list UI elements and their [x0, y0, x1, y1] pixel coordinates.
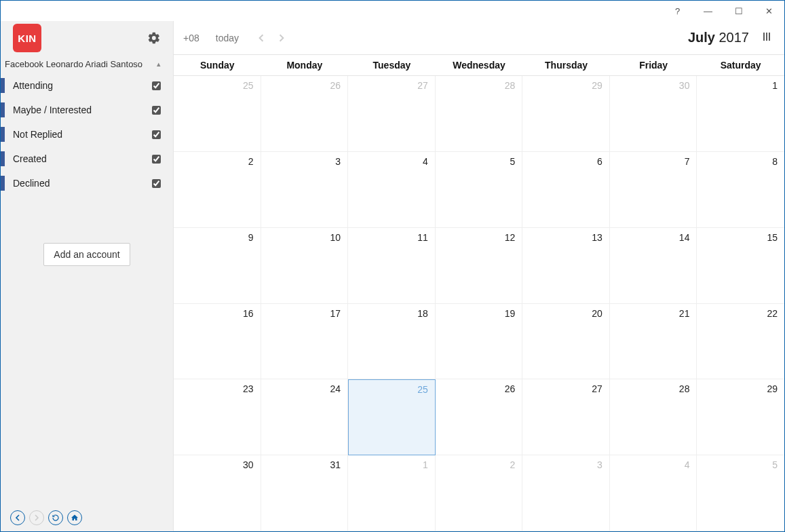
calendar-cell[interactable]: 4 — [348, 152, 436, 228]
calendar-cell[interactable]: 28 — [610, 379, 697, 455]
home-button[interactable] — [67, 510, 82, 525]
columns-icon — [761, 31, 772, 42]
calendar-cell[interactable]: 23 — [174, 379, 261, 455]
calendar-cell[interactable]: 30 — [174, 455, 261, 531]
filter-label: Declined — [13, 178, 50, 189]
calendar-cell[interactable]: 17 — [261, 304, 349, 380]
day-number: 8 — [772, 156, 778, 167]
calendar-cell[interactable]: 18 — [348, 304, 436, 380]
prev-month-button[interactable] — [251, 28, 271, 48]
calendar-cell[interactable]: 12 — [436, 228, 523, 304]
day-of-week: Thursday — [522, 55, 610, 75]
day-number: 26 — [505, 383, 516, 394]
chevron-up-icon: ▴ — [157, 60, 161, 69]
view-switch-button[interactable] — [761, 31, 772, 44]
timezone-button[interactable]: +08 — [183, 33, 199, 43]
maximize-button[interactable]: ☐ — [723, 1, 754, 21]
day-number: 7 — [685, 156, 690, 167]
calendar-cell[interactable]: 20 — [522, 304, 610, 380]
nav-back-button[interactable] — [10, 510, 25, 525]
calendar-cell[interactable]: 4 — [610, 455, 697, 531]
filter-checkbox[interactable] — [152, 179, 161, 188]
month-label: July — [688, 30, 715, 45]
calendar-cell[interactable]: 22 — [697, 304, 784, 380]
calendar-cell[interactable]: 31 — [261, 455, 349, 531]
calendar-cell[interactable]: 28 — [436, 76, 523, 152]
chevron-right-icon — [33, 514, 40, 521]
reload-button[interactable] — [48, 510, 63, 525]
calendar-cell[interactable]: 13 — [522, 228, 610, 304]
day-number: 14 — [679, 232, 690, 243]
day-number: 26 — [330, 80, 341, 91]
filter-row[interactable]: Attending — [1, 73, 173, 98]
calendar-cell[interactable]: 3 — [261, 152, 349, 228]
calendar-cell[interactable]: 2 — [436, 455, 523, 531]
calendar-cell[interactable]: 5 — [697, 455, 784, 531]
settings-button[interactable] — [147, 31, 161, 45]
calendar-cell[interactable]: 10 — [261, 228, 349, 304]
calendar-cell[interactable]: 29 — [697, 379, 784, 455]
day-number: 9 — [248, 232, 254, 243]
filter-row[interactable]: Maybe / Interested — [1, 98, 173, 122]
day-number: 22 — [767, 308, 778, 319]
calendar-cell[interactable]: 1 — [348, 455, 436, 531]
filter-label: Maybe / Interested — [13, 104, 92, 115]
filter-checkbox[interactable] — [152, 106, 161, 115]
day-number: 13 — [592, 232, 602, 243]
calendar-cell[interactable]: 27 — [348, 76, 436, 152]
calendar-cell[interactable]: 26 — [261, 76, 349, 152]
calendar-cell[interactable]: 11 — [348, 228, 436, 304]
day-number: 17 — [330, 308, 341, 319]
minimize-button[interactable]: — — [693, 1, 723, 21]
day-number: 1 — [772, 80, 778, 91]
calendar-cell[interactable]: 25 — [174, 76, 261, 152]
add-account-button[interactable]: Add an account — [43, 243, 130, 266]
next-month-button[interactable] — [271, 28, 292, 48]
calendar-cell[interactable]: 1 — [697, 76, 784, 152]
calendar-cell[interactable]: 7 — [610, 152, 697, 228]
day-number: 21 — [679, 308, 690, 319]
filter-row[interactable]: Not Replied — [1, 122, 173, 147]
calendar-cell[interactable]: 6 — [522, 152, 610, 228]
calendar-cell[interactable]: 9 — [174, 228, 261, 304]
calendar-cell[interactable]: 24 — [261, 379, 349, 455]
filter-row[interactable]: Created — [1, 147, 173, 171]
calendar-cell[interactable]: 16 — [174, 304, 261, 380]
account-header[interactable]: Facebook Leonardo Ariadi Santoso ▴ — [1, 55, 173, 73]
filter-checkbox[interactable] — [152, 155, 161, 164]
filter-checkbox[interactable] — [152, 81, 161, 90]
calendar-cell[interactable]: 8 — [697, 152, 784, 228]
day-number: 27 — [417, 80, 428, 91]
calendar-cell[interactable]: 21 — [610, 304, 697, 380]
app-window: ? — ☐ ✕ KIN Facebook Leonardo Ariadi San… — [0, 0, 785, 532]
close-button[interactable]: ✕ — [754, 1, 784, 21]
filter-color-bar — [1, 102, 5, 117]
day-number: 29 — [767, 383, 778, 394]
calendar-cell[interactable]: 14 — [610, 228, 697, 304]
filter-checkbox[interactable] — [152, 130, 161, 139]
home-icon — [71, 514, 79, 522]
filter-list: AttendingMaybe / InterestedNot RepliedCr… — [1, 73, 173, 195]
nav-forward-button — [29, 510, 44, 525]
calendar-cell[interactable]: 5 — [436, 152, 523, 228]
calendar-cell[interactable]: 2 — [174, 152, 261, 228]
day-number: 30 — [243, 459, 254, 470]
today-button[interactable]: today — [216, 33, 239, 43]
calendar-cell[interactable]: 25 — [348, 379, 436, 455]
titlebar: ? — ☐ ✕ — [1, 1, 784, 21]
day-number: 15 — [767, 232, 778, 243]
calendar-cell[interactable]: 30 — [610, 76, 697, 152]
filter-color-bar — [1, 151, 5, 166]
calendar-cell[interactable]: 26 — [436, 379, 523, 455]
calendar-cell[interactable]: 19 — [436, 304, 523, 380]
filter-row[interactable]: Declined — [1, 171, 173, 195]
help-button[interactable]: ? — [662, 1, 693, 21]
gear-icon — [147, 31, 161, 45]
calendar-cell[interactable]: 3 — [522, 455, 610, 531]
calendar-cell[interactable]: 15 — [697, 228, 784, 304]
day-of-week: Tuesday — [348, 55, 436, 75]
calendar-cell[interactable]: 27 — [522, 379, 610, 455]
chevron-right-icon — [277, 34, 286, 42]
calendar-cell[interactable]: 29 — [522, 76, 610, 152]
day-number: 20 — [592, 308, 602, 319]
